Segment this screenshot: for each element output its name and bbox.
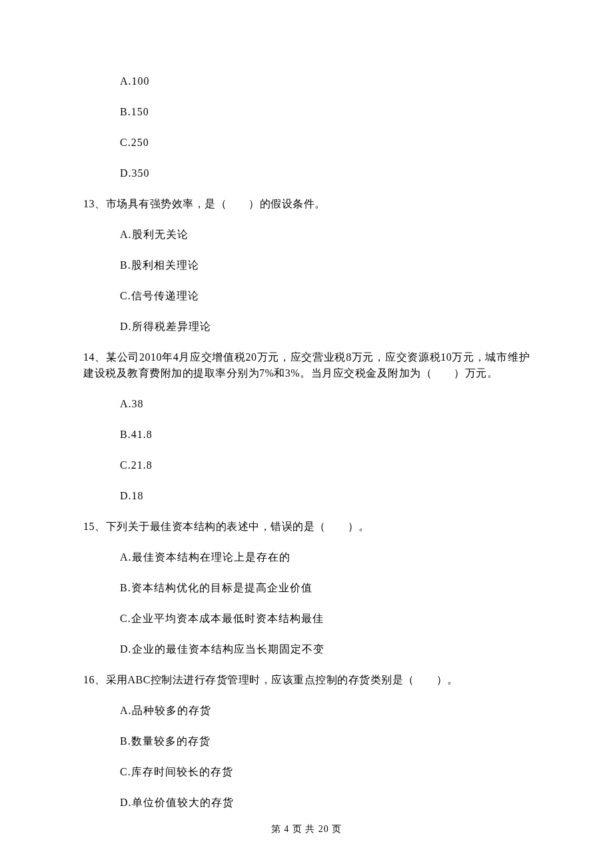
q13-option-c: C.信号传递理论	[120, 288, 530, 304]
q12-option-a: A.100	[120, 73, 530, 89]
q15-option-a: A.最佳资本结构在理论上是存在的	[120, 549, 530, 565]
q12-option-c: C.250	[120, 135, 530, 151]
question-14: 14、某公司2010年4月应交增值税20万元，应交营业税8万元，应交资源税10万…	[83, 349, 530, 381]
q16-option-b: B.数量较多的存货	[120, 733, 530, 749]
q14-option-a: A.38	[120, 396, 530, 412]
q13-option-a: A.股利无关论	[120, 227, 530, 243]
q15-option-c: C.企业平均资本成本最低时资本结构最佳	[120, 611, 530, 627]
q16-option-c: C.库存时间较长的存货	[120, 764, 530, 780]
q15-option-b: B.资本结构优化的目标是提高企业价值	[120, 580, 530, 596]
q12-option-b: B.150	[120, 104, 530, 120]
q13-option-d: D.所得税差异理论	[120, 319, 530, 335]
q16-option-a: A.品种较多的存货	[120, 703, 530, 719]
q14-option-b: B.41.8	[120, 427, 530, 443]
q15-option-d: D.企业的最佳资本结构应当长期固定不变	[120, 641, 530, 657]
q13-option-b: B.股利相关理论	[120, 257, 530, 273]
page-footer: 第 4 页 共 20 页	[0, 822, 613, 836]
question-13: 13、市场具有强势效率，是（ ）的假设条件。	[83, 196, 530, 212]
q16-option-d: D.单位价值较大的存货	[120, 795, 530, 811]
q14-option-d: D.18	[120, 488, 530, 504]
question-15: 15、下列关于最佳资本结构的表述中，错误的是（ ）。	[83, 519, 530, 535]
question-16: 16、采用ABC控制法进行存货管理时，应该重点控制的存货类别是（ ）。	[83, 672, 530, 688]
q14-option-c: C.21.8	[120, 457, 530, 473]
q12-option-d: D.350	[120, 165, 530, 181]
